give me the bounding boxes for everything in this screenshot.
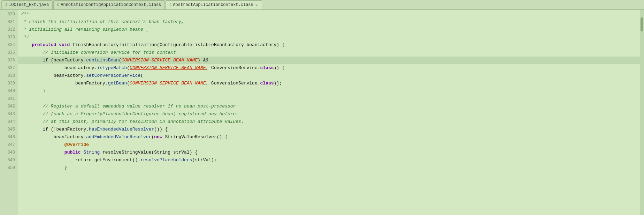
code-token: (	[140, 72, 143, 80]
code-line-846: beanFactory.addEmbeddedValueResolver(new…	[18, 133, 640, 141]
line-number-831: 831	[0, 18, 15, 26]
code-token: beanFactory.	[21, 64, 97, 72]
line-number-849: 849	[0, 156, 15, 164]
code-token: void	[59, 41, 72, 49]
code-token: protected	[21, 41, 59, 49]
code-token: beanFactory.	[21, 72, 86, 80]
code-token: */	[21, 34, 29, 41]
line-number-848: 848	[0, 149, 15, 156]
code-line-831: * Finish the initialization of this cont…	[18, 18, 640, 26]
scrollbar-thumb-vertical[interactable]	[641, 17, 643, 31]
code-token: }	[21, 87, 45, 95]
code-token: (strVal);	[192, 156, 217, 164]
code-token: return getEnvironment().	[21, 156, 140, 164]
code-token: CONVERSION_SERVICE_BEAN_NAME	[130, 80, 206, 87]
code-token: this	[143, 49, 154, 57]
code-line-847: @Override	[18, 141, 640, 149]
scrollbar-vertical[interactable]	[640, 10, 644, 215]
code-token: ()) {	[154, 126, 168, 133]
code-line-850: }	[18, 164, 640, 172]
line-number-838: 838	[0, 72, 15, 80]
code-token: // Initialize conversion service for	[21, 49, 143, 57]
tab-tab1[interactable]: JIOCTest_Ext.java	[1, 0, 53, 9]
line-number-840: 840	[0, 87, 15, 95]
code-token: * initializing all remaining singleton	[21, 26, 130, 34]
tab-label-tab2: AnnotationConfigApplicationContext.class	[61, 2, 161, 7]
line-number-841: 841	[0, 95, 15, 103]
line-number-839: 839	[0, 80, 15, 87]
code-token: context's bean factory,	[119, 18, 184, 26]
code-token: ) &&	[198, 57, 208, 64]
code-token: beanFactory.	[21, 80, 108, 87]
code-token: public	[64, 149, 84, 156]
code-area: 8308318328338348358368378388398408418428…	[0, 10, 644, 215]
code-token: CONVERSION_SERVICE_BEAN_NAME	[130, 64, 206, 72]
code-line-832: * initializing all remaining singleton b…	[18, 26, 640, 34]
code-token: * Finish the initialization of	[21, 18, 108, 26]
code-line-835: // Initialize conversion service for thi…	[18, 49, 640, 57]
code-token: CONVERSION_SERVICE_BEAN_NAME	[122, 57, 198, 64]
tab-label-tab3: AbstractApplicationContext.class	[173, 2, 253, 7]
code-token: (	[119, 57, 122, 64]
code-token	[21, 141, 64, 149]
code-token: (	[151, 133, 154, 141]
line-number-847: 847	[0, 141, 15, 149]
tab-icon-tab1: J	[5, 3, 7, 7]
code-token: _	[143, 26, 149, 34]
code-token: (	[127, 80, 130, 87]
line-number-837: 837	[0, 64, 15, 72]
code-token: class	[260, 80, 274, 87]
code-line-830: /**	[18, 10, 640, 18]
line-number-850: 850	[0, 164, 15, 172]
code-token: beanFactory.	[21, 133, 86, 141]
code-token: (	[127, 64, 130, 72]
line-number-844: 844	[0, 118, 15, 126]
code-token: // at this point, primarily for resoluti…	[21, 118, 244, 126]
code-line-848: public String resolveStringValue(String …	[18, 149, 640, 156]
code-token: String	[83, 149, 102, 156]
code-token: @Override	[64, 141, 89, 149]
code-line-833: */	[18, 34, 640, 41]
tab-icon-tab2: C	[57, 3, 59, 7]
code-line-840: }	[18, 87, 640, 95]
code-line-837: beanFactory.isTypeMatch(CONVERSION_SERVI…	[18, 64, 640, 72]
code-token: addEmbeddedValueResolver	[86, 133, 151, 141]
code-line-836: if (beanFactory.containsBean(CONVERSION_…	[18, 57, 640, 64]
line-number-830: 830	[0, 10, 15, 18]
code-token: this	[108, 18, 119, 26]
code-token: // Register a default embedded value res…	[21, 103, 236, 110]
code-token: finishBeanFactoryInitialization(Configur…	[72, 41, 285, 49]
line-number-835: 835	[0, 49, 15, 57]
code-token: beans	[130, 26, 143, 34]
code-token: resolvePlaceholders	[140, 156, 192, 164]
line-number-845: 845	[0, 126, 15, 133]
tab-tab3[interactable]: CAbstractApplicationContext.class✕	[166, 0, 262, 9]
tab-close-tab3[interactable]: ✕	[255, 3, 259, 7]
line-number-842: 842	[0, 103, 15, 110]
line-number-834: 834	[0, 41, 15, 49]
code-token: resolveStringValue(String strVal) {	[102, 149, 198, 156]
code-token: containsBean	[86, 57, 119, 64]
tab-icon-tab3: C	[169, 3, 171, 7]
code-token: class	[260, 64, 274, 72]
code-token: new	[154, 133, 165, 141]
code-line-839: beanFactory.getBean(CONVERSION_SERVICE_B…	[18, 80, 640, 87]
code-token: ));	[274, 80, 282, 87]
code-line-842: // Register a default embedded value res…	[18, 103, 640, 110]
code-line-838: beanFactory.setConversionService(	[18, 72, 640, 80]
code-line-849: return getEnvironment().resolvePlacehold…	[18, 156, 640, 164]
code-line-845: if (!beanFactory.hasEmbeddedValueResolve…	[18, 126, 640, 133]
line-number-836: 836	[0, 57, 15, 64]
code-token: // (such as a PropertyPlaceholderConfigu…	[21, 110, 238, 118]
code-token: }	[21, 164, 67, 172]
tab-tab2[interactable]: CAnnotationConfigApplicationContext.clas…	[53, 0, 165, 9]
editor-container: JIOCTest_Ext.javaCAnnotationConfigApplic…	[0, 0, 644, 215]
code-token: getBean	[108, 80, 127, 87]
code-token: StringValueResolver() {	[165, 133, 228, 141]
code-lines[interactable]: /** * Finish the initialization of this …	[18, 10, 640, 215]
code-token: hasEmbeddedValueResolver	[89, 126, 154, 133]
code-token: setConversionService	[86, 72, 140, 80]
tab-bar: JIOCTest_Ext.javaCAnnotationConfigApplic…	[0, 0, 644, 10]
code-token: if (beanFactory.	[21, 57, 86, 64]
tab-label-tab1: IOCTest_Ext.java	[9, 2, 49, 7]
